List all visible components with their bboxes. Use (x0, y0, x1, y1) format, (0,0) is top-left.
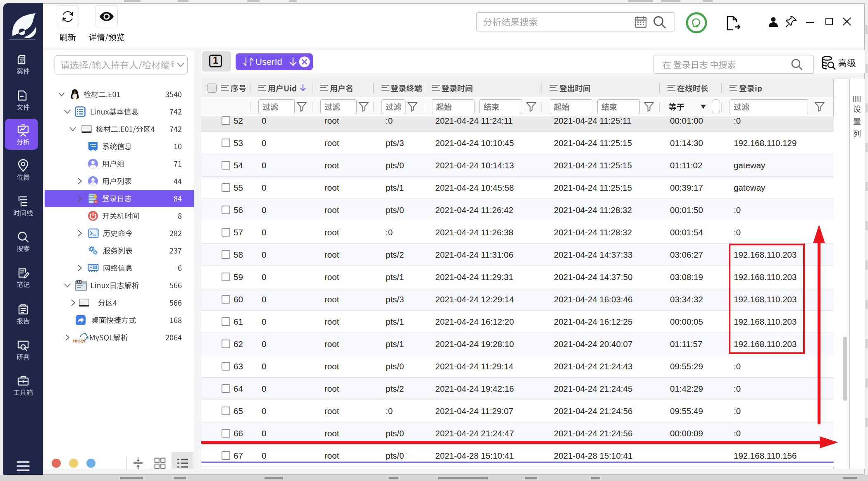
svg-text:LOG: LOG (76, 281, 81, 283)
svg-text:MySQL: MySQL (72, 339, 86, 343)
